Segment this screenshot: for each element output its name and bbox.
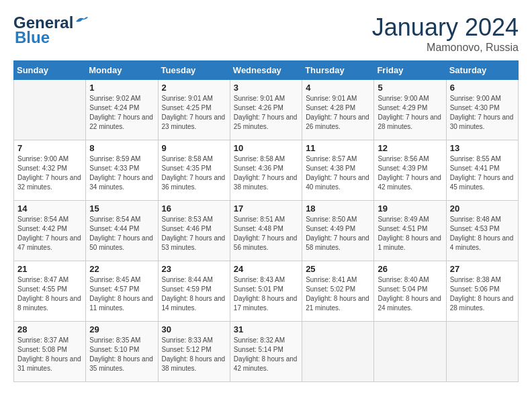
day-number: 20 [450, 203, 515, 214]
calendar-cell [302, 322, 374, 382]
day-number: 31 [234, 324, 298, 334]
day-info: Sunrise: 8:59 AMSunset: 4:33 PMDaylight:… [89, 154, 154, 192]
calendar-cell: 11Sunrise: 8:57 AMSunset: 4:38 PMDayligh… [302, 140, 374, 201]
day-number: 1 [89, 83, 154, 93]
calendar-cell: 8Sunrise: 8:59 AMSunset: 4:33 PMDaylight… [86, 140, 158, 201]
day-number: 25 [306, 264, 370, 274]
day-info: Sunrise: 8:45 AMSunset: 4:57 PMDaylight:… [89, 275, 154, 313]
calendar-cell [374, 322, 446, 382]
weekday-header-monday: Monday [86, 61, 158, 80]
day-number: 16 [162, 203, 226, 214]
day-info: Sunrise: 8:44 AMSunset: 4:59 PMDaylight:… [162, 275, 226, 313]
calendar-cell: 12Sunrise: 8:56 AMSunset: 4:39 PMDayligh… [374, 140, 446, 201]
weekday-header-tuesday: Tuesday [158, 61, 230, 80]
weekday-header-saturday: Saturday [446, 61, 518, 80]
calendar-cell: 1Sunrise: 9:02 AMSunset: 4:24 PMDaylight… [86, 80, 158, 140]
weekday-header-sunday: Sunday [14, 61, 86, 80]
day-info: Sunrise: 9:01 AMSunset: 4:28 PMDaylight:… [306, 94, 370, 132]
day-info: Sunrise: 8:54 AMSunset: 4:44 PMDaylight:… [89, 215, 154, 253]
day-info: Sunrise: 8:32 AMSunset: 5:14 PMDaylight:… [234, 336, 298, 373]
day-info: Sunrise: 8:40 AMSunset: 5:04 PMDaylight:… [378, 275, 442, 313]
day-number: 2 [162, 83, 226, 93]
day-info: Sunrise: 9:00 AMSunset: 4:30 PMDaylight:… [450, 94, 515, 132]
day-info: Sunrise: 9:01 AMSunset: 4:25 PMDaylight:… [162, 94, 226, 132]
calendar-cell: 24Sunrise: 8:43 AMSunset: 5:01 PMDayligh… [230, 261, 302, 322]
day-number: 5 [378, 83, 442, 93]
calendar-cell: 10Sunrise: 8:58 AMSunset: 4:36 PMDayligh… [230, 140, 302, 201]
day-number: 10 [234, 143, 298, 153]
calendar-week-row: 7Sunrise: 9:00 AMSunset: 4:32 PMDaylight… [14, 140, 519, 201]
day-info: Sunrise: 8:58 AMSunset: 4:35 PMDaylight:… [162, 154, 226, 192]
logo-blue: Blue [15, 28, 50, 47]
day-number: 15 [89, 203, 154, 214]
day-number: 8 [89, 143, 154, 153]
day-number: 28 [17, 324, 82, 334]
calendar-week-row: 28Sunrise: 8:37 AMSunset: 5:08 PMDayligh… [14, 322, 519, 382]
month-title: January 2024 [372, 13, 519, 42]
calendar-cell: 27Sunrise: 8:38 AMSunset: 5:06 PMDayligh… [446, 261, 518, 322]
calendar-cell [14, 80, 86, 140]
day-number: 18 [306, 203, 370, 214]
day-number: 30 [162, 324, 226, 334]
day-number: 27 [450, 264, 515, 274]
day-info: Sunrise: 8:38 AMSunset: 5:06 PMDaylight:… [450, 275, 515, 313]
calendar-cell: 18Sunrise: 8:50 AMSunset: 4:49 PMDayligh… [302, 201, 374, 261]
calendar-cell: 31Sunrise: 8:32 AMSunset: 5:14 PMDayligh… [230, 322, 302, 382]
day-info: Sunrise: 8:47 AMSunset: 4:55 PMDaylight:… [17, 275, 82, 313]
day-info: Sunrise: 8:48 AMSunset: 4:53 PMDaylight:… [450, 215, 515, 253]
day-info: Sunrise: 8:41 AMSunset: 5:02 PMDaylight:… [306, 275, 370, 313]
day-info: Sunrise: 8:53 AMSunset: 4:46 PMDaylight:… [162, 215, 226, 253]
calendar-cell: 29Sunrise: 8:35 AMSunset: 5:10 PMDayligh… [86, 322, 158, 382]
day-info: Sunrise: 8:56 AMSunset: 4:39 PMDaylight:… [378, 154, 442, 192]
calendar-cell: 14Sunrise: 8:54 AMSunset: 4:42 PMDayligh… [14, 201, 86, 261]
title-block: January 2024 Mamonovo, Russia [372, 13, 519, 54]
day-info: Sunrise: 8:50 AMSunset: 4:49 PMDaylight:… [306, 215, 370, 253]
calendar-cell: 9Sunrise: 8:58 AMSunset: 4:35 PMDaylight… [158, 140, 230, 201]
day-number: 7 [17, 143, 82, 153]
calendar-cell [446, 322, 518, 382]
calendar-cell: 3Sunrise: 9:01 AMSunset: 4:26 PMDaylight… [230, 80, 302, 140]
location-subtitle: Mamonovo, Russia [372, 42, 519, 54]
day-info: Sunrise: 9:00 AMSunset: 4:29 PMDaylight:… [378, 94, 442, 132]
weekday-header-friday: Friday [374, 61, 446, 80]
day-info: Sunrise: 9:01 AMSunset: 4:26 PMDaylight:… [234, 94, 298, 132]
day-number: 14 [17, 203, 82, 214]
weekday-header-thursday: Thursday [302, 61, 374, 80]
page-header: General Blue January 2024 Mamonovo, Russ… [13, 13, 519, 54]
day-number: 26 [378, 264, 442, 274]
day-number: 24 [234, 264, 298, 274]
calendar-cell: 4Sunrise: 9:01 AMSunset: 4:28 PMDaylight… [302, 80, 374, 140]
day-number: 6 [450, 83, 515, 93]
day-number: 12 [378, 143, 442, 153]
day-info: Sunrise: 8:58 AMSunset: 4:36 PMDaylight:… [234, 154, 298, 192]
logo: General Blue [13, 13, 89, 47]
day-number: 4 [306, 83, 370, 93]
calendar-cell: 13Sunrise: 8:55 AMSunset: 4:41 PMDayligh… [446, 140, 518, 201]
calendar-week-row: 21Sunrise: 8:47 AMSunset: 4:55 PMDayligh… [14, 261, 519, 322]
day-info: Sunrise: 8:54 AMSunset: 4:42 PMDaylight:… [17, 215, 82, 253]
weekday-header-wednesday: Wednesday [230, 61, 302, 80]
day-info: Sunrise: 8:43 AMSunset: 5:01 PMDaylight:… [234, 275, 298, 313]
calendar-cell: 28Sunrise: 8:37 AMSunset: 5:08 PMDayligh… [14, 322, 86, 382]
day-info: Sunrise: 8:35 AMSunset: 5:10 PMDaylight:… [89, 336, 154, 373]
calendar-cell: 21Sunrise: 8:47 AMSunset: 4:55 PMDayligh… [14, 261, 86, 322]
day-number: 17 [234, 203, 298, 214]
day-info: Sunrise: 8:33 AMSunset: 5:12 PMDaylight:… [162, 336, 226, 373]
calendar-cell: 17Sunrise: 8:51 AMSunset: 4:48 PMDayligh… [230, 201, 302, 261]
calendar-table: SundayMondayTuesdayWednesdayThursdayFrid… [13, 60, 519, 382]
day-number: 19 [378, 203, 442, 214]
day-info: Sunrise: 8:55 AMSunset: 4:41 PMDaylight:… [450, 154, 515, 192]
calendar-week-row: 1Sunrise: 9:02 AMSunset: 4:24 PMDaylight… [14, 80, 519, 140]
calendar-cell: 23Sunrise: 8:44 AMSunset: 4:59 PMDayligh… [158, 261, 230, 322]
calendar-cell: 2Sunrise: 9:01 AMSunset: 4:25 PMDaylight… [158, 80, 230, 140]
calendar-cell: 5Sunrise: 9:00 AMSunset: 4:29 PMDaylight… [374, 80, 446, 140]
day-number: 9 [162, 143, 226, 153]
calendar-cell: 19Sunrise: 8:49 AMSunset: 4:51 PMDayligh… [374, 201, 446, 261]
day-number: 3 [234, 83, 298, 93]
calendar-cell: 16Sunrise: 8:53 AMSunset: 4:46 PMDayligh… [158, 201, 230, 261]
day-info: Sunrise: 8:49 AMSunset: 4:51 PMDaylight:… [378, 215, 442, 253]
calendar-cell: 30Sunrise: 8:33 AMSunset: 5:12 PMDayligh… [158, 322, 230, 382]
weekday-header-row: SundayMondayTuesdayWednesdayThursdayFrid… [14, 61, 519, 80]
day-info: Sunrise: 8:51 AMSunset: 4:48 PMDaylight:… [234, 215, 298, 253]
calendar-cell: 6Sunrise: 9:00 AMSunset: 4:30 PMDaylight… [446, 80, 518, 140]
